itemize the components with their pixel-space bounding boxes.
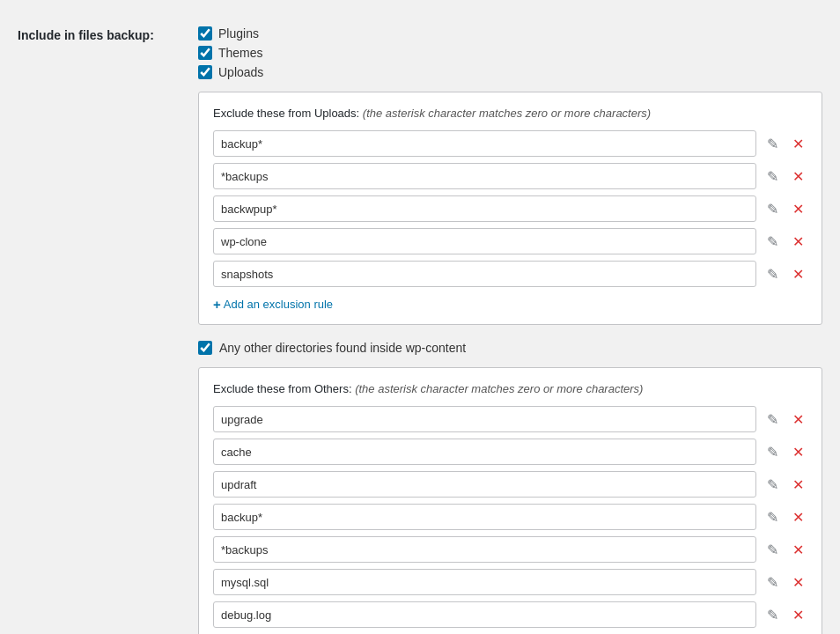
uploads-label: Uploads (218, 65, 263, 79)
uploads-title-text: Exclude these from Uploads: (213, 107, 359, 120)
uploads-edit-btn-3[interactable]: ✎ (763, 232, 782, 252)
uploads-rule-input-4[interactable] (213, 261, 756, 287)
others-rule-input-2[interactable] (213, 471, 756, 498)
content-column: Plugins Themes Uploads Exclude these fro… (198, 26, 822, 634)
others-edit-btn-3[interactable]: ✎ (763, 507, 782, 527)
other-directories-label: Any other directories found inside wp-co… (219, 341, 466, 355)
uploads-delete-btn-3[interactable]: ✕ (789, 232, 807, 252)
uploads-rule-input-1[interactable] (213, 163, 756, 189)
files-backup-checkboxes: Plugins Themes Uploads (198, 26, 822, 79)
plugins-label: Plugins (218, 26, 259, 41)
uploads-edit-btn-0[interactable]: ✎ (763, 134, 782, 154)
section-label: Include in files backup: (18, 26, 181, 42)
uploads-rule-row-0: ✎ ✕ (213, 130, 807, 157)
others-edit-btn-2[interactable]: ✎ (763, 475, 782, 495)
others-rule-input-4[interactable] (213, 536, 756, 563)
others-edit-btn-5[interactable]: ✎ (763, 572, 782, 593)
others-edit-btn-0[interactable]: ✎ (763, 409, 782, 430)
uploads-rule-row-4: ✎ ✕ (213, 261, 807, 287)
include-label: Include in files backup: (18, 28, 154, 42)
others-delete-btn-2[interactable]: ✕ (789, 475, 807, 495)
others-rule-row-5: ✎ ✕ (213, 569, 807, 595)
others-exclusion-title: Exclude these from Others: (the asterisk… (213, 382, 807, 395)
uploads-edit-btn-1[interactable]: ✎ (763, 166, 782, 187)
others-rule-row-6: ✎ ✕ (213, 601, 807, 628)
uploads-edit-btn-4[interactable]: ✎ (763, 264, 782, 284)
others-delete-btn-0[interactable]: ✕ (789, 409, 807, 430)
themes-checkbox[interactable] (198, 46, 212, 60)
others-rule-input-0[interactable] (213, 406, 756, 432)
uploads-note-text: (the asterisk character matches zero or … (363, 107, 651, 120)
uploads-exclusion-title: Exclude these from Uploads: (the asteris… (213, 107, 807, 120)
others-edit-btn-1[interactable]: ✎ (763, 442, 782, 462)
uploads-checkbox[interactable] (198, 65, 212, 79)
others-edit-btn-4[interactable]: ✎ (763, 540, 782, 560)
others-delete-btn-4[interactable]: ✕ (789, 540, 807, 560)
uploads-edit-btn-2[interactable]: ✎ (763, 199, 782, 219)
others-rule-row-1: ✎ ✕ (213, 439, 807, 465)
uploads-rule-row-2: ✎ ✕ (213, 195, 807, 222)
others-exclusion-box: Exclude these from Others: (the asterisk… (198, 367, 822, 634)
other-directories-row: Any other directories found inside wp-co… (198, 341, 822, 355)
uploads-add-rule-plus: + (213, 297, 221, 312)
plugins-checkbox[interactable] (198, 26, 212, 41)
others-delete-btn-5[interactable]: ✕ (789, 572, 807, 593)
uploads-exclusion-box: Exclude these from Uploads: (the asteris… (198, 92, 822, 325)
others-rule-row-3: ✎ ✕ (213, 504, 807, 530)
others-edit-btn-6[interactable]: ✎ (763, 605, 782, 625)
themes-checkbox-label[interactable]: Themes (198, 46, 822, 60)
uploads-rule-input-0[interactable] (213, 130, 756, 157)
uploads-delete-btn-1[interactable]: ✕ (789, 166, 807, 187)
uploads-add-rule-label: Add an exclusion rule (224, 298, 333, 311)
uploads-rule-input-2[interactable] (213, 195, 756, 222)
others-delete-btn-1[interactable]: ✕ (789, 442, 807, 462)
others-note-text: (the asterisk character matches zero or … (355, 382, 643, 395)
others-rule-row-4: ✎ ✕ (213, 536, 807, 563)
others-delete-btn-6[interactable]: ✕ (789, 605, 807, 625)
main-row: Include in files backup: Plugins Themes … (18, 26, 822, 634)
uploads-checkbox-label[interactable]: Uploads (198, 65, 822, 79)
others-delete-btn-3[interactable]: ✕ (789, 507, 807, 527)
others-rule-input-6[interactable] (213, 601, 756, 628)
others-rule-input-5[interactable] (213, 569, 756, 595)
uploads-add-rule-link[interactable]: + Add an exclusion rule (213, 297, 333, 312)
other-directories-checkbox[interactable] (198, 341, 212, 355)
uploads-rule-input-3[interactable] (213, 228, 756, 254)
uploads-delete-btn-4[interactable]: ✕ (789, 264, 807, 284)
uploads-rule-row-1: ✎ ✕ (213, 163, 807, 189)
plugins-checkbox-label[interactable]: Plugins (198, 26, 822, 41)
themes-label: Themes (218, 46, 263, 60)
uploads-delete-btn-0[interactable]: ✕ (789, 134, 807, 154)
uploads-delete-btn-2[interactable]: ✕ (789, 199, 807, 219)
others-rule-row-0: ✎ ✕ (213, 406, 807, 432)
others-rule-input-1[interactable] (213, 439, 756, 465)
others-title-text: Exclude these from Others: (213, 382, 352, 395)
uploads-rule-row-3: ✎ ✕ (213, 228, 807, 254)
others-rule-row-2: ✎ ✕ (213, 471, 807, 498)
others-rule-input-3[interactable] (213, 504, 756, 530)
